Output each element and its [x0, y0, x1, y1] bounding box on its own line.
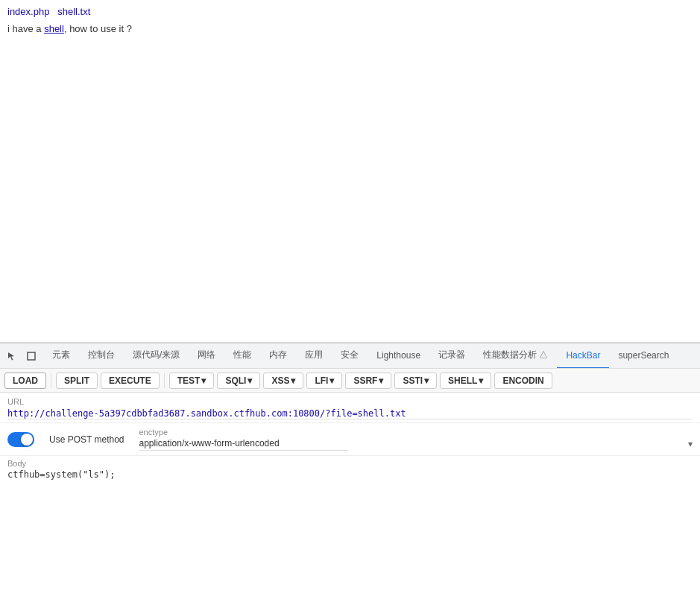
enctype-wrapper: application/x-www-form-urlencoded multip…: [139, 437, 693, 451]
shell-button[interactable]: SHELL ▾: [440, 373, 491, 389]
shell-txt-link[interactable]: shell.txt: [57, 6, 90, 17]
ssti-button[interactable]: SSTI ▾: [394, 373, 437, 389]
cursor-icon[interactable]: [3, 347, 21, 365]
post-method-section: Use POST method enctype application/x-ww…: [0, 423, 700, 456]
enctype-section: enctype application/x-www-form-urlencode…: [139, 428, 693, 451]
enctype-select[interactable]: application/x-www-form-urlencoded multip…: [139, 437, 348, 451]
tab-lighthouse[interactable]: Lighthouse: [368, 343, 429, 369]
post-method-label: Use POST method: [49, 434, 124, 445]
test-button[interactable]: TEST ▾: [169, 373, 215, 389]
url-input[interactable]: [7, 408, 693, 419]
tab-security[interactable]: 安全: [332, 343, 368, 369]
body-section: Body: [0, 456, 700, 599]
load-button[interactable]: LOAD: [4, 373, 46, 389]
enctype-label: enctype: [139, 428, 693, 437]
enctype-chevron-icon: ▾: [688, 439, 693, 449]
hackbar-toolbar: LOAD SPLIT EXECUTE TEST ▾ SQLI ▾ XSS ▾ L…: [0, 369, 700, 393]
browser-content: index.php shell.txt i have a shell, how …: [0, 0, 700, 343]
xss-button[interactable]: XSS ▾: [263, 373, 303, 389]
file-links: index.php shell.txt: [7, 6, 693, 17]
devtools-tabs: 元素 控制台 源代码/来源 网络 性能 内存 应用 安全 Lighthouse …: [0, 343, 700, 369]
index-php-link[interactable]: index.php: [7, 6, 49, 17]
tab-recorder[interactable]: 记录器: [429, 343, 474, 369]
execute-button[interactable]: EXECUTE: [101, 373, 160, 389]
sqli-button[interactable]: SQLI ▾: [217, 373, 260, 389]
test-chevron-icon: ▾: [201, 375, 206, 386]
ssrf-chevron-icon: ▾: [379, 375, 383, 386]
post-method-toggle[interactable]: [7, 432, 34, 447]
sqli-chevron-icon: ▾: [247, 375, 252, 386]
shell-link[interactable]: shell: [44, 23, 64, 34]
devtools-panel: 元素 控制台 源代码/来源 网络 性能 内存 应用 安全 Lighthouse …: [0, 343, 700, 599]
xss-chevron-icon: ▾: [291, 375, 295, 386]
tab-network[interactable]: 网络: [189, 343, 224, 369]
encoding-button[interactable]: ENCODIN: [494, 373, 552, 389]
tab-elements[interactable]: 元素: [43, 343, 79, 369]
svg-rect-0: [28, 352, 35, 360]
separator-1: [51, 373, 51, 388]
tab-performance[interactable]: 性能: [224, 343, 260, 369]
separator-2: [164, 373, 165, 388]
body-input[interactable]: [7, 469, 693, 490]
body-label: Body: [7, 459, 693, 468]
shell-chevron-icon: ▾: [479, 375, 483, 386]
url-section: URL: [0, 393, 700, 423]
split-button[interactable]: SPLIT: [56, 373, 98, 389]
tab-hackbar[interactable]: HackBar: [557, 343, 609, 369]
tab-memory[interactable]: 内存: [260, 343, 296, 369]
ssti-chevron-icon: ▾: [424, 375, 429, 386]
page-text: i have a shell, how to use it ?: [7, 23, 693, 34]
text-before-link: i have a: [7, 23, 44, 34]
box-select-icon[interactable]: [22, 347, 40, 365]
tab-application[interactable]: 应用: [296, 343, 332, 369]
lfi-chevron-icon: ▾: [329, 375, 334, 386]
tab-console[interactable]: 控制台: [79, 343, 124, 369]
url-label: URL: [7, 397, 693, 406]
lfi-button[interactable]: LFI ▾: [306, 373, 342, 389]
devtools-tab-icons: [0, 347, 43, 365]
text-after-link: , how to use it ?: [64, 23, 132, 34]
tab-sources[interactable]: 源代码/来源: [124, 343, 189, 369]
tab-perf-insights[interactable]: 性能数据分析 △: [474, 343, 557, 369]
tab-supersearch[interactable]: superSearch: [609, 343, 678, 369]
url-divider: [7, 419, 693, 419]
ssrf-button[interactable]: SSRF ▾: [345, 373, 391, 389]
